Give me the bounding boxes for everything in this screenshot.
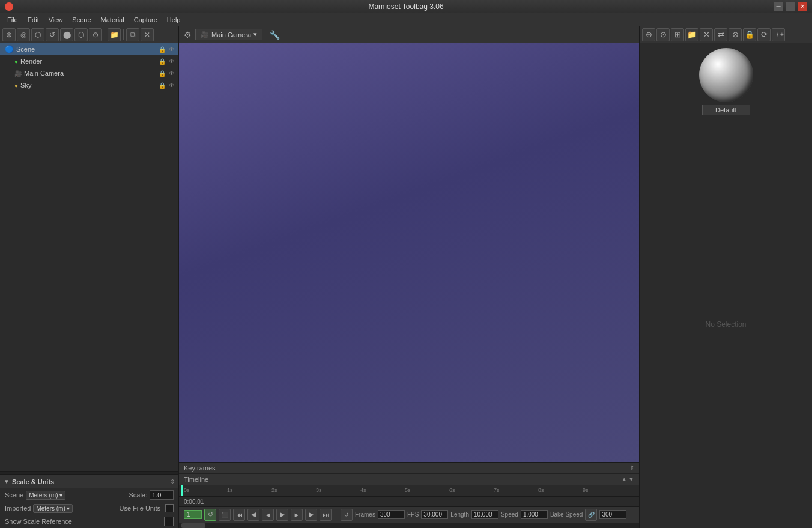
scale-input[interactable] bbox=[150, 490, 174, 500]
no-selection-area: No Selection bbox=[640, 120, 812, 528]
material-name-container: Default bbox=[702, 105, 750, 115]
play-back-button[interactable]: ◄ bbox=[262, 509, 274, 521]
rt-grid-button[interactable]: ⊞ bbox=[671, 28, 684, 41]
rt-folder-button[interactable]: 📁 bbox=[685, 28, 698, 41]
rt-delete-button[interactable]: ✕ bbox=[700, 28, 713, 41]
step-back-button[interactable]: ◀ bbox=[247, 509, 259, 521]
show-scale-checkbox[interactable] bbox=[164, 517, 174, 526]
left-panel: ⊕ ◎ ⬡ ↺ ⬤ ⬡ ⊙ 📁 ⧉ ✕ 🔵 Scene 🔒 👁 bbox=[0, 26, 179, 528]
camera-item-icons: 🔒 👁 bbox=[158, 69, 176, 77]
material-sphere[interactable] bbox=[699, 48, 753, 102]
loop-button[interactable]: ↺ bbox=[204, 509, 216, 521]
ruler-4s: 4s bbox=[360, 487, 366, 493]
eye-icon[interactable]: 👁 bbox=[168, 45, 176, 53]
camera-icon: 🎥 bbox=[14, 70, 22, 77]
folder-button[interactable]: 📁 bbox=[108, 28, 121, 41]
dropper-icon[interactable]: 🔧 bbox=[270, 30, 280, 40]
scene-item-scene[interactable]: 🔵 Scene 🔒 👁 bbox=[0, 43, 178, 55]
menu-edit[interactable]: Edit bbox=[23, 15, 44, 25]
delete-button[interactable]: ✕ bbox=[141, 28, 154, 41]
refresh-frames-button[interactable]: ↺ bbox=[341, 509, 353, 521]
playhead[interactable] bbox=[181, 485, 183, 497]
timeline-down-arrow[interactable]: ▼ bbox=[628, 476, 634, 482]
material-area: Default bbox=[640, 43, 812, 120]
mac-close-btn[interactable] bbox=[5, 2, 13, 11]
fps-input[interactable] bbox=[421, 510, 448, 519]
viewport-settings-icon[interactable]: ⚙ bbox=[184, 30, 192, 40]
add-object-button[interactable]: ⊕ bbox=[2, 28, 16, 41]
camera-selector-arrow: ▾ bbox=[253, 31, 257, 38]
scroll-thumb[interactable] bbox=[181, 523, 205, 528]
play-forward-button[interactable]: ► bbox=[291, 509, 303, 521]
rt-swap-button[interactable]: ⇄ bbox=[714, 28, 727, 41]
render-eye-icon[interactable]: 👁 bbox=[168, 57, 176, 65]
menu-file[interactable]: File bbox=[2, 15, 23, 25]
lock-icon[interactable]: 🔒 bbox=[158, 45, 166, 53]
undo-button[interactable]: ↺ bbox=[46, 28, 59, 41]
frame-box-button[interactable]: ⬛ bbox=[219, 509, 231, 521]
bake-speed-input[interactable] bbox=[599, 510, 626, 519]
scene-item-sky[interactable]: ● Sky 🔒 👁 bbox=[0, 79, 178, 91]
use-file-units-label: Use File Units bbox=[120, 505, 160, 512]
use-file-units-checkbox[interactable] bbox=[165, 504, 174, 512]
win-controls: ─ □ ✕ bbox=[774, 2, 807, 11]
menu-help[interactable]: Help bbox=[162, 15, 186, 25]
geo-button[interactable]: ⬡ bbox=[74, 28, 88, 41]
timeline-up-arrow[interactable]: ▲ bbox=[621, 476, 627, 482]
camera-selector[interactable]: 🎥 Main Camera ▾ bbox=[195, 29, 262, 40]
menu-material[interactable]: Material bbox=[96, 15, 129, 25]
ruler-7s: 7s bbox=[494, 487, 500, 493]
scene-unit-dropdown[interactable]: Meters (m) ▾ bbox=[26, 491, 65, 500]
rt-circle-button[interactable]: ⊙ bbox=[656, 28, 670, 41]
copy-button[interactable]: ⧉ bbox=[126, 28, 139, 41]
rt-lock-button[interactable]: 🔒 bbox=[743, 28, 756, 41]
scene-unit-row: Scene Meters (m) ▾ Scale: bbox=[0, 488, 178, 502]
viewport-canvas[interactable] bbox=[179, 43, 639, 462]
render-lock-icon[interactable]: 🔒 bbox=[158, 57, 166, 65]
close-button[interactable]: ✕ bbox=[798, 2, 807, 11]
play-button[interactable]: ▶ bbox=[276, 509, 288, 521]
imported-unit-dropdown[interactable]: Meters (m) ▾ bbox=[33, 504, 72, 513]
camera-lock-icon[interactable]: 🔒 bbox=[158, 69, 166, 77]
ruler-5s: 5s bbox=[405, 487, 411, 493]
circle-button[interactable]: ⊙ bbox=[89, 28, 102, 41]
scene-item-render[interactable]: ● Render 🔒 👁 bbox=[0, 55, 178, 67]
maximize-button[interactable]: □ bbox=[786, 2, 795, 11]
step-forward-button[interactable]: ▶ bbox=[305, 509, 317, 521]
mesh-button[interactable]: ⬤ bbox=[60, 28, 73, 41]
scene-item-label-sky: Sky bbox=[20, 82, 158, 89]
next-keyframe-button[interactable]: ⏭ bbox=[320, 509, 332, 521]
sky-lock-icon[interactable]: 🔒 bbox=[158, 81, 166, 90]
light-button[interactable]: ◎ bbox=[17, 28, 30, 41]
scene-item-camera[interactable]: 🎥 Main Camera 🔒 👁 bbox=[0, 67, 178, 79]
length-input[interactable] bbox=[471, 510, 498, 519]
hex-button[interactable]: ⬡ bbox=[31, 28, 44, 41]
scene-hierarchy: 🔵 Scene 🔒 👁 ● Render 🔒 👁 🎥 Main bbox=[0, 43, 178, 471]
speed-input[interactable] bbox=[521, 510, 548, 519]
menu-view[interactable]: View bbox=[44, 15, 68, 25]
prev-keyframe-button[interactable]: ⏮ bbox=[233, 509, 245, 521]
rt-zoom-button[interactable]: - / + bbox=[772, 28, 785, 41]
bottom-scrollbar[interactable] bbox=[179, 523, 639, 528]
sky-eye-icon[interactable]: 👁 bbox=[168, 81, 176, 90]
camera-eye-icon[interactable]: 👁 bbox=[168, 69, 176, 77]
camera-selector-label: Main Camera bbox=[211, 31, 251, 38]
keyframes-expand-btn[interactable]: ⇕ bbox=[629, 464, 634, 471]
rt-add-button[interactable]: ⊕ bbox=[642, 28, 655, 41]
toolbar-separator2 bbox=[123, 29, 124, 40]
menu-capture[interactable]: Capture bbox=[129, 15, 162, 25]
scale-units-header[interactable]: ▼ Scale & Units ⇕ bbox=[0, 475, 178, 488]
titlebar: Marmoset Toolbag 3.06 ─ □ ✕ bbox=[0, 0, 812, 13]
rt-no-button[interactable]: ⊗ bbox=[729, 28, 742, 41]
frames-label: Frames bbox=[355, 511, 375, 518]
timeline-controls: ↺ ⬛ ⏮ ◀ ◄ ▶ ► ▶ ⏭ ↺ Frames FPS Length Sp… bbox=[179, 506, 639, 522]
panel-resize-handle[interactable]: ⇕ bbox=[170, 478, 175, 485]
ruler-2s: 2s bbox=[271, 487, 277, 493]
menu-scene[interactable]: Scene bbox=[67, 15, 95, 25]
frames-input[interactable] bbox=[378, 510, 405, 519]
bake-link-button[interactable]: 🔗 bbox=[585, 509, 597, 521]
frame-indicator[interactable] bbox=[184, 510, 202, 519]
minimize-button[interactable]: ─ bbox=[774, 2, 783, 11]
rt-refresh-button[interactable]: ⟳ bbox=[757, 28, 771, 41]
timeline-ruler: 0s 1s 2s 3s 4s 5s 6s 7s 8s 9s bbox=[179, 485, 639, 497]
